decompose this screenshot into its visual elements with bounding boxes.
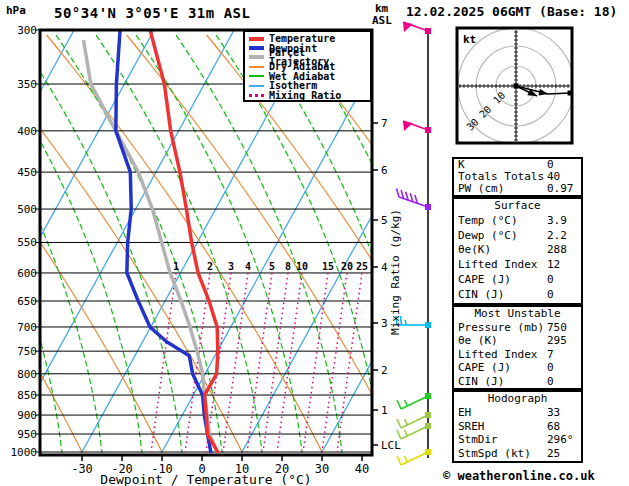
legend-item: Isotherm — [249, 81, 370, 90]
stat-value: 33 — [547, 406, 560, 420]
barb-level-marker — [425, 204, 431, 210]
km-tick-label: 5 — [381, 214, 388, 227]
stat-label: Lifted Index — [458, 258, 537, 271]
wet-adiabat-line — [96, 35, 262, 455]
barb-level-marker — [425, 423, 431, 429]
stat-row: StmSpd (kt)25 — [454, 447, 581, 461]
stat-value: 0.97 — [547, 183, 574, 195]
barb-level-marker — [425, 322, 431, 328]
surface-header: Surface — [454, 199, 581, 214]
pressure-tick-label: 1000 — [11, 446, 38, 459]
surface-box: Surface Temp (°C)3.9Dewp (°C)2.2θe(K)288… — [452, 197, 583, 305]
parcel-trajectory-trace — [84, 41, 218, 452]
barb-level-marker — [425, 28, 431, 34]
lcl-label: LCL — [381, 439, 401, 452]
pressure-axis-labels: 3003504004505005506006507007508008509009… — [11, 24, 41, 459]
mixing-ratio-line — [263, 273, 288, 452]
stat-label: StmSpd (kt) — [458, 447, 531, 460]
hodograph-stats-box: Hodograph EH33SREH68StmDir296°StmSpd (kt… — [452, 390, 583, 463]
pressure-tick-label: 500 — [17, 203, 37, 216]
mixing-ratio-value-label: 20 — [341, 261, 353, 272]
stat-value: 25 — [547, 447, 560, 461]
stat-row: StmDir296° — [454, 433, 581, 447]
barb-tick — [397, 400, 401, 409]
stat-label: θe(K) — [458, 243, 491, 256]
stat-label: Temp (°C) — [458, 214, 518, 227]
pressure-tick-label: 600 — [17, 267, 37, 280]
legend-swatch — [249, 55, 264, 59]
mixing-ratio-line — [247, 273, 272, 452]
stat-label: StmDir — [458, 433, 498, 446]
km-tick-label: 7 — [381, 117, 388, 130]
legend: TemperatureDewpointParcel TrajectoryDry … — [243, 30, 372, 102]
pressure-tick-label: 450 — [17, 166, 37, 179]
stat-row: SREH68 — [454, 420, 581, 434]
stat-value: 295 — [547, 334, 567, 348]
stat-value: 750 — [547, 321, 567, 335]
stat-row: CIN (J)0 — [454, 375, 581, 389]
pressure-tick-label: 750 — [17, 345, 37, 358]
legend-swatch — [249, 46, 264, 50]
stat-row: Pressure (mb)750 — [454, 321, 581, 335]
hodograph-origin-marker — [514, 84, 519, 89]
stat-label: CAPE (J) — [458, 361, 511, 374]
mixing-ratio-value-label: 15 — [322, 261, 334, 272]
barb-level-marker — [425, 449, 431, 455]
wind-barb — [397, 423, 431, 439]
legend-item-label: Dry Adiabat — [269, 62, 335, 71]
barb-level-marker — [425, 412, 431, 418]
legend-swatch — [249, 37, 264, 41]
barb-half-tick — [405, 400, 408, 406]
legend-swatch — [249, 85, 264, 87]
barb-half-tick — [405, 419, 408, 425]
mixing-ratio-value-label: 4 — [245, 261, 251, 272]
indices-box: K0Totals Totals40PW (cm)0.97 — [452, 157, 583, 197]
km-tick-label: 2 — [381, 364, 388, 377]
mixing-ratio-value-label: 1 — [173, 261, 179, 272]
mixing-ratio-value-label: 25 — [356, 261, 368, 272]
pressure-tick-label: 850 — [17, 389, 37, 402]
most-unstable-box: Most Unstable Pressure (mb)750θe (K)295L… — [452, 305, 583, 390]
km-tick-label: 3 — [381, 317, 388, 330]
stat-label: CIN (J) — [458, 375, 504, 388]
legend-swatch — [249, 94, 264, 97]
stat-row: CAPE (J)0 — [454, 361, 581, 375]
altitude-axis: 7654321 — [372, 117, 388, 445]
mixing-ratio-line — [223, 273, 248, 452]
stat-row: CAPE (J)0 — [454, 273, 581, 288]
stat-value: 0 — [547, 361, 554, 375]
stat-row: PW (cm)0.97 — [454, 183, 581, 195]
wind-barb — [403, 121, 431, 133]
stat-row: θe (K)295 — [454, 334, 581, 348]
stat-row: Lifted Index7 — [454, 348, 581, 362]
wind-barb — [397, 449, 431, 465]
barb-half-tick — [405, 456, 408, 462]
mixing-ratio-value-label: 8 — [285, 261, 291, 272]
wind-barb — [397, 393, 431, 409]
stat-row: EH33 — [454, 406, 581, 420]
stat-label: Lifted Index — [458, 348, 537, 361]
mixing-ratio-group: 12345810152025 — [151, 261, 368, 452]
mixing-ratio-value-label: 10 — [296, 261, 308, 272]
wind-barb — [403, 22, 431, 34]
stat-label: CIN (J) — [458, 288, 504, 301]
mixing-ratio-value-label: 3 — [228, 261, 234, 272]
stat-value: 0 — [547, 273, 554, 288]
isotherm-line — [0, 28, 75, 455]
barb-half-tick — [405, 430, 408, 436]
stat-value: 2.2 — [547, 229, 567, 244]
pressure-tick-label: 300 — [17, 24, 37, 37]
most-unstable-header: Most Unstable — [454, 307, 581, 321]
stat-value: 12 — [547, 258, 560, 273]
mixing-ratio-line — [151, 273, 176, 452]
km-tick-label: 6 — [381, 164, 388, 177]
pressure-tick-label: 350 — [17, 78, 37, 91]
mixing-ratio-axis-label: Mixing Ratio (g/kg) — [389, 209, 402, 335]
temperature-tick-label: 30 — [315, 462, 329, 476]
stat-value: 0 — [547, 375, 554, 389]
stat-row: Temp (°C)3.9 — [454, 214, 581, 229]
pressure-tick-label: 950 — [17, 428, 37, 441]
stat-value: 68 — [547, 420, 560, 434]
footer-credit: © weatheronline.co.uk — [443, 469, 595, 483]
legend-item-label: Temperature — [269, 34, 335, 43]
